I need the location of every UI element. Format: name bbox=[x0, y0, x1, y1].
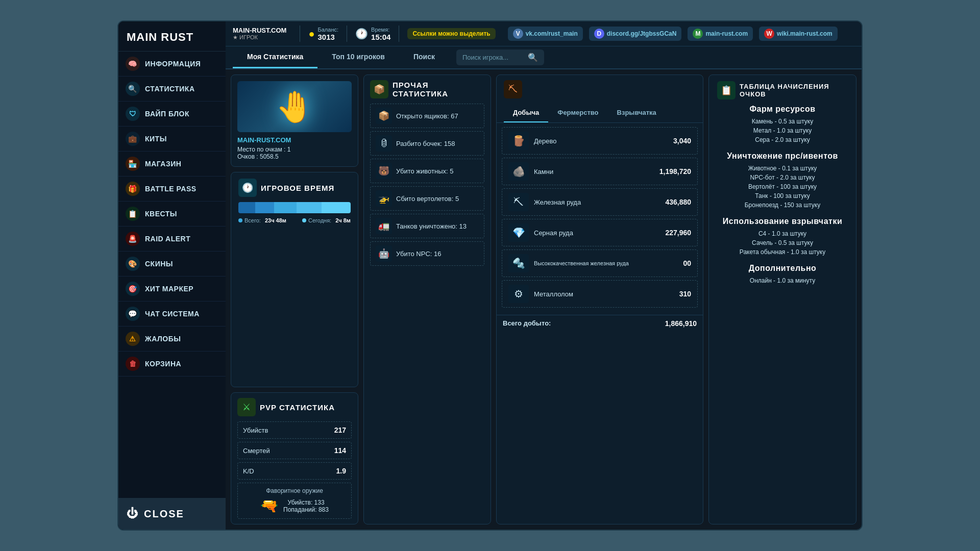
res-iron-left: ⛏ Железная руда bbox=[508, 193, 581, 211]
wood-name: Дерево bbox=[534, 137, 556, 145]
sidebar-item-hitmarker[interactable]: 🎯 ХИТ МАРКЕР bbox=[118, 277, 226, 302]
kills-label: Убийств bbox=[243, 427, 268, 434]
mining-tab-farming[interactable]: Фермерство bbox=[548, 104, 607, 122]
sidebar-item-quests[interactable]: 📋 КВЕСТЫ bbox=[118, 202, 226, 227]
search-input[interactable] bbox=[462, 54, 524, 61]
sidebar-label-skins: СКИНЫ bbox=[145, 260, 173, 268]
vk-link[interactable]: V vk.com/rust_main bbox=[508, 27, 583, 41]
other-stats-panel: 📦 ПРОЧАЯ СТАТИСТИКА 📦 Открыто ящиков: 67… bbox=[363, 74, 491, 524]
score-item-stone: Камень - 0.5 за штуку bbox=[717, 117, 848, 126]
animals-label: Убито животных: 5 bbox=[396, 167, 453, 175]
gametime-title: ИГРОВОЕ ВРЕМЯ bbox=[261, 184, 334, 192]
other-stats-icon: 📦 bbox=[370, 80, 388, 98]
time-bar bbox=[238, 202, 351, 213]
stone-name: Камни bbox=[534, 168, 553, 176]
wood-count: 3,040 bbox=[673, 137, 691, 145]
pvp-icon: ⚔ bbox=[237, 398, 256, 416]
topbar-divider1 bbox=[300, 26, 300, 42]
highlight-links-button[interactable]: Ссылки можно выделить bbox=[407, 28, 495, 39]
pvp-header: ⚔ PVP СТАТИСТИКА bbox=[237, 398, 352, 416]
time-labels: Всего: 23ч 48м Сегодня: 2ч 8м bbox=[238, 217, 351, 223]
stone-count: 1,198,720 bbox=[659, 167, 691, 176]
topbar-role: ★ ИГРОК bbox=[233, 34, 286, 41]
wiki-link[interactable]: W wiki.main-rust.com bbox=[759, 27, 838, 41]
sidebar-item-chat[interactable]: 💬 ЧАТ СИСТЕМА bbox=[118, 302, 226, 327]
sidebar-item-skins[interactable]: 🎨 СКИНЫ bbox=[118, 252, 226, 277]
total-mined-label: Всего добыто: bbox=[503, 319, 551, 328]
panels-row: 🤚 MAIN-RUST.COM Место по очкам : 1 Очков… bbox=[226, 69, 862, 530]
tab-search[interactable]: Поиск bbox=[399, 46, 449, 68]
coin-icon: ● bbox=[308, 28, 314, 40]
stone-icon: 🪨 bbox=[508, 162, 529, 181]
tab-my-stats[interactable]: Моя Статистика bbox=[233, 46, 317, 68]
discord-text: discord.gg/JtgbssGCaN bbox=[607, 30, 677, 37]
main-window: MAIN RUST 🧠 ИНФОРМАЦИЯ 🔍 СТАТИСТИКА 🛡 ВА… bbox=[117, 20, 863, 531]
res-hq-iron: 🔩 Высококачественная железная руда 00 bbox=[502, 249, 698, 277]
tab-top10[interactable]: Топ 10 игроков bbox=[317, 46, 399, 68]
other-stat-boxes: 📦 Открыто ящиков: 67 bbox=[370, 104, 484, 128]
mining-tab-mining[interactable]: Добыча bbox=[504, 104, 548, 122]
sidebar-item-shop[interactable]: 🏪 МАГАЗИН bbox=[118, 152, 226, 177]
mining-icon: ⛏ bbox=[504, 80, 522, 98]
today-label: Сегодня: bbox=[308, 217, 331, 223]
mainrust-icon: M bbox=[693, 29, 703, 39]
sidebar: MAIN RUST 🧠 ИНФОРМАЦИЯ 🔍 СТАТИСТИКА 🛡 ВА… bbox=[118, 21, 226, 530]
total-dot bbox=[238, 218, 242, 222]
mainrust-link[interactable]: M main-rust.com bbox=[688, 27, 753, 41]
balance-label: Баланс: bbox=[318, 27, 339, 33]
wiki-icon: W bbox=[764, 29, 774, 39]
sidebar-item-raidalert[interactable]: 🚨 RAID ALERT bbox=[118, 227, 226, 252]
sidebar-item-info[interactable]: 🧠 ИНФОРМАЦИЯ bbox=[118, 52, 226, 77]
middle-column: 📦 ПРОЧАЯ СТАТИСТИКА 📦 Открыто ящиков: 67… bbox=[363, 74, 491, 524]
quests-icon: 📋 bbox=[126, 207, 140, 221]
gametime-panel: 🕐 ИГРОВОЕ ВРЕМЯ Всего: bbox=[231, 172, 358, 387]
sidebar-item-complaints[interactable]: ⚠ ЖАЛОБЫ bbox=[118, 327, 226, 352]
mining-tabs: Добыча Фермерство Взрывчатка bbox=[497, 104, 703, 123]
sidebar-label-shop: МАГАЗИН bbox=[145, 160, 181, 168]
score-item-heli: Вертолёт - 100 за штуку bbox=[717, 182, 848, 191]
info-icon: 🧠 bbox=[126, 57, 140, 71]
sidebar-item-basket[interactable]: 🗑 КОРЗИНА bbox=[118, 352, 226, 377]
fav-hits: Попаданий: 883 bbox=[283, 506, 329, 513]
res-wood-left: 🪵 Дерево bbox=[508, 132, 556, 150]
npc-label: Убито NPC: 16 bbox=[396, 250, 441, 258]
tabs-bar: Моя Статистика Топ 10 игроков Поиск 🔍 bbox=[226, 46, 862, 69]
res-sulfur-left: 💎 Серная руда bbox=[508, 223, 573, 242]
search-icon: 🔍 bbox=[528, 53, 538, 62]
hq-iron-count: 00 bbox=[683, 259, 691, 267]
score-section-events: Уничтожение прс/ивентов bbox=[717, 152, 848, 161]
hitmarker-icon: 🎯 bbox=[126, 282, 140, 296]
sidebar-item-stats[interactable]: 🔍 СТАТИСТИКА bbox=[118, 77, 226, 102]
score-item-npcbot: NPC-бот - 2.0 за штуку bbox=[717, 173, 848, 182]
fav-weapon-box: Фаворитное оружие 🔫 Убийств: 133 Попадан… bbox=[237, 483, 352, 519]
res-sulfur: 💎 Серная руда 227,960 bbox=[502, 219, 698, 246]
res-scrap: ⚙ Металлолом 310 bbox=[502, 280, 698, 308]
sulfur-icon: 💎 bbox=[508, 223, 529, 242]
sidebar-label-quests: КВЕСТЫ bbox=[145, 210, 177, 218]
sidebar-item-battlepass[interactable]: 🎁 BATTLE PASS bbox=[118, 177, 226, 202]
iron-icon: ⛏ bbox=[508, 193, 529, 211]
skins-icon: 🎨 bbox=[126, 257, 140, 271]
total-value: 23ч 48м bbox=[265, 217, 286, 223]
mining-tab-explosives[interactable]: Взрывчатка bbox=[608, 104, 666, 122]
total-time-label: Всего: 23ч 48м bbox=[238, 217, 286, 223]
score-list-additional: Онлайн - 1.0 за минуту bbox=[717, 276, 848, 285]
mainrust-text: main-rust.com bbox=[705, 30, 748, 37]
sidebar-label-raidalert: RAID ALERT bbox=[145, 235, 190, 243]
score-item-metal: Метал - 1.0 за штуку bbox=[717, 126, 848, 135]
wipe-icon: 🛡 bbox=[126, 107, 140, 121]
close-button[interactable]: ⏻ CLOSE bbox=[118, 498, 226, 530]
sidebar-label-hitmarker: ХИТ МАРКЕР bbox=[145, 285, 193, 293]
sidebar-item-wipe[interactable]: 🛡 ВАЙП БЛОК bbox=[118, 102, 226, 127]
topbar-balance: ● Баланс: 3013 bbox=[308, 27, 338, 41]
sidebar-item-kits[interactable]: 💼 КИТЫ bbox=[118, 127, 226, 152]
hq-iron-name: Высококачественная железная руда bbox=[534, 260, 629, 266]
discord-link[interactable]: D discord.gg/JtgbssGCaN bbox=[589, 27, 682, 41]
kd-value: 1.9 bbox=[336, 467, 346, 475]
boxes-icon: 📦 bbox=[376, 108, 392, 124]
profile-rank: Место по очкам : 1 bbox=[237, 146, 290, 153]
res-iron: ⛏ Железная руда 436,880 bbox=[502, 188, 698, 216]
pvp-title: PVP СТАТИСТИКА bbox=[260, 403, 335, 412]
deaths-value: 114 bbox=[334, 446, 346, 455]
chat-icon: 💬 bbox=[126, 307, 140, 321]
